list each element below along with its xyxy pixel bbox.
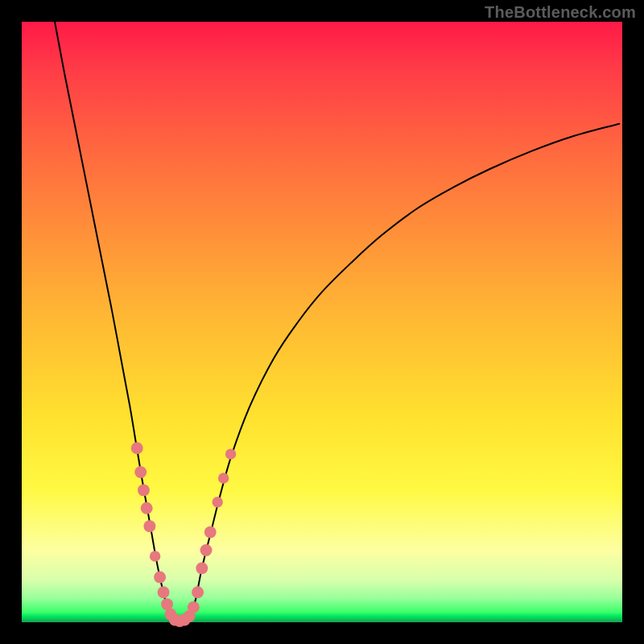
data-marker xyxy=(212,497,222,507)
data-marker xyxy=(150,551,160,561)
data-marker xyxy=(218,473,229,483)
data-marker xyxy=(134,466,147,478)
data-marker xyxy=(154,572,166,584)
chart-frame xyxy=(22,22,622,622)
chart-svg xyxy=(22,22,622,622)
marker-group xyxy=(131,442,237,627)
data-marker xyxy=(192,586,204,598)
data-marker xyxy=(158,586,170,598)
data-marker xyxy=(225,448,236,459)
data-marker xyxy=(188,601,200,613)
data-marker xyxy=(131,442,143,454)
data-marker xyxy=(200,544,213,556)
data-marker xyxy=(143,520,155,532)
data-marker xyxy=(141,502,153,514)
data-marker xyxy=(196,562,208,574)
data-marker xyxy=(161,598,173,610)
curve-right-branch xyxy=(190,124,619,619)
watermark-text: TheBottleneck.com xyxy=(485,3,636,22)
data-marker xyxy=(204,526,217,539)
data-marker xyxy=(138,484,150,496)
